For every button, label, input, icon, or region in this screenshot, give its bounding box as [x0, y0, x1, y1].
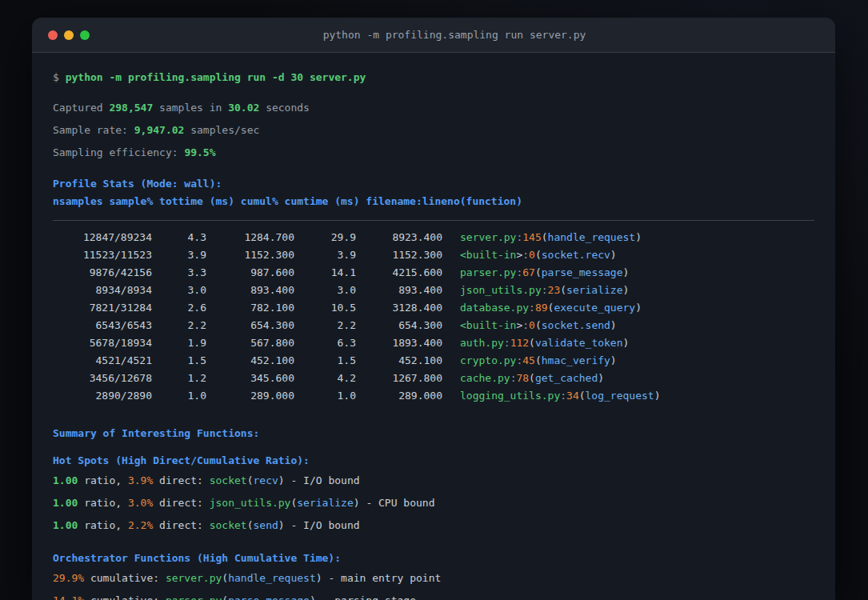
cumul-pct-cell: 29.9: [294, 229, 356, 246]
filename: cache.py: [460, 372, 510, 384]
captured-line: Captured 298,547 samples in 30.02 second…: [53, 97, 814, 119]
hot-spots-heading: Hot Spots (High Direct/Cumulative Ratio)…: [53, 452, 814, 470]
ratio-value: 1.00: [53, 519, 78, 531]
rate-value: 9,947.02: [134, 124, 185, 136]
function-name: serialize: [297, 497, 353, 509]
function-cell: logging_utils.py:34(log_request): [460, 387, 660, 405]
filename: parser.py: [460, 266, 516, 278]
cumul-pct-cell: 10.5: [294, 299, 356, 317]
sample-pct-cell: 2.6: [152, 299, 206, 317]
cumul-pct-cell: 1.0: [294, 387, 356, 405]
function-cell: server.py:145(handle_request): [460, 229, 642, 246]
nsamples-cell: 6543/6543: [53, 317, 152, 334]
module-name: json_utils.py: [210, 497, 291, 509]
tottime-cell: 345.600: [206, 370, 294, 387]
cumul-pct-cell: 4.2: [294, 370, 356, 387]
tottime-cell: 452.100: [206, 352, 294, 370]
cumtime-cell: 893.400: [356, 282, 442, 299]
function-name: serialize: [566, 284, 622, 296]
table-row: 3456/126781.2345.6004.21267.800cache.py:…: [53, 370, 814, 387]
filename: <built-in: [460, 249, 516, 261]
colon-separator: :: [504, 337, 510, 349]
tottime-cell: 782.100: [206, 299, 294, 317]
direct-pct: 2.2%: [128, 519, 153, 531]
nsamples-cell: 4521/4521: [53, 352, 152, 370]
direct-pct: 3.0%: [128, 497, 153, 509]
close-paren: ): [654, 390, 661, 402]
orchestrator-line: 14.1% cumulative: parser.py(parse_messag…: [53, 590, 814, 600]
cumtime-cell: 654.300: [356, 317, 442, 334]
close-paren: ): [623, 266, 630, 278]
close-button[interactable]: [48, 30, 58, 40]
terminal-content: $ python -m profiling.sampling run -d 30…: [32, 53, 835, 600]
open-paren: (: [579, 390, 586, 402]
function-cell: json_utils.py:23(serialize): [460, 282, 629, 299]
maximize-button[interactable]: [80, 30, 90, 40]
filename: server.py: [460, 231, 516, 243]
sample-pct-cell: 1.2: [152, 370, 206, 387]
role-note: - parsing stage: [316, 594, 416, 600]
lineno: 0: [529, 249, 535, 261]
sample-pct-cell: 1.0: [152, 387, 206, 405]
cumulative-label: cumulative:: [84, 594, 166, 600]
sample-pct-cell: 1.5: [152, 352, 206, 370]
table-row: 5678/189341.9567.8006.31893.400auth.py:1…: [53, 334, 814, 352]
sample-pct-cell: 2.2: [152, 317, 206, 334]
close-paren: ): [623, 337, 630, 349]
cumtime-cell: 1267.800: [356, 370, 442, 387]
lineno: 78: [516, 372, 529, 384]
function-cell: <built-in>:0(socket.send): [460, 317, 617, 334]
close-paren: ): [623, 284, 630, 296]
colon-separator: :: [542, 284, 548, 296]
function-name: send: [254, 519, 278, 531]
table-divider: [53, 220, 814, 221]
tottime-cell: 1152.300: [206, 246, 294, 264]
duration-value: 30.02: [228, 102, 259, 114]
cumtime-cell: 8923.400: [356, 229, 442, 246]
close-paren: ): [278, 519, 285, 531]
lineno: 145: [522, 231, 541, 243]
function-name: log_request: [586, 390, 654, 402]
nsamples-cell: 8934/8934: [53, 282, 152, 299]
rate-suffix-label: samples/sec: [184, 124, 259, 136]
lineno: 45: [522, 354, 535, 366]
sample-pct-cell: 1.9: [152, 334, 206, 352]
sample-pct-cell: 4.3: [152, 229, 206, 246]
close-paren: ): [316, 572, 322, 584]
tottime-cell: 567.800: [206, 334, 294, 352]
cumtime-cell: 452.100: [356, 352, 442, 370]
cumtime-cell: 3128.400: [356, 299, 442, 317]
direct-label: direct:: [153, 474, 209, 486]
close-paren: ): [610, 249, 617, 261]
minimize-button[interactable]: [64, 30, 74, 40]
open-paren: (: [542, 231, 548, 243]
tottime-cell: 893.400: [206, 282, 294, 299]
cumulative-pct: 14.1%: [53, 594, 84, 600]
colon-separator: :: [522, 249, 529, 261]
titlebar[interactable]: python -m profiling.sampling run server.…: [32, 18, 835, 53]
bound-note: - I/O bound: [285, 474, 360, 486]
open-paren: (: [247, 474, 254, 486]
filename: crypto.py: [460, 354, 516, 366]
lineno: 34: [566, 390, 579, 402]
rate-label: Sample rate:: [53, 124, 134, 136]
table-row: 11523/115233.91152.3003.91152.300<built-…: [53, 246, 814, 264]
tottime-cell: 987.600: [206, 264, 294, 282]
lineno: 89: [535, 302, 548, 314]
hot-spot-line: 1.00 ratio, 2.2% direct: socket(send) - …: [53, 514, 814, 537]
table-row: 4521/45211.5452.1001.5452.100crypto.py:4…: [53, 352, 814, 370]
open-paren: (: [222, 572, 228, 584]
filename: auth.py: [460, 337, 504, 349]
function-cell: parser.py:67(parse_message): [460, 264, 629, 282]
table-row: 2890/28901.0289.0001.0289.000logging_uti…: [53, 387, 814, 405]
bound-note: - CPU bound: [360, 497, 435, 509]
colon-separator: :: [529, 302, 535, 314]
cumtime-cell: 289.000: [356, 387, 442, 405]
function-name: get_cached: [535, 372, 598, 384]
terminal-window: python -m profiling.sampling run server.…: [32, 18, 835, 600]
captured-label: Captured: [53, 102, 109, 114]
nsamples-cell: 5678/18934: [53, 334, 152, 352]
window-controls: [48, 30, 90, 40]
lineno: 112: [510, 337, 529, 349]
module-name: server.py: [166, 572, 222, 584]
